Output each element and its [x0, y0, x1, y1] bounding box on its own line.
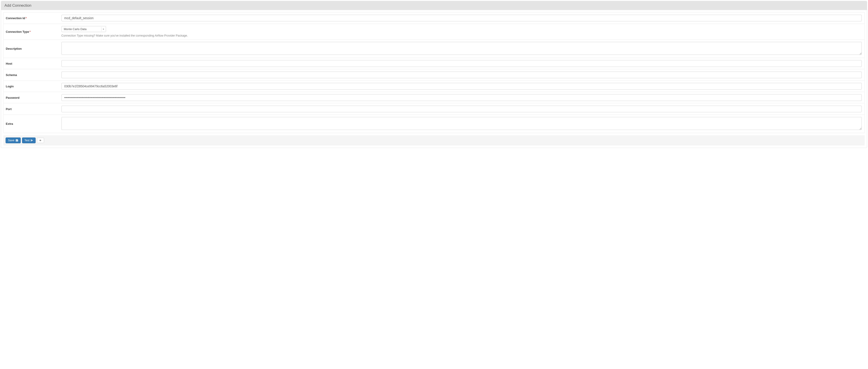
add-connection-panel: Add Connection Connection Id* Connection…: [1, 1, 867, 148]
connection-id-input[interactable]: [61, 15, 862, 21]
label-password: Password: [4, 92, 61, 104]
label-connection-type: Connection Type*: [4, 24, 61, 40]
paper-plane-icon: [31, 139, 33, 142]
chevron-down-icon: ▾: [101, 27, 104, 31]
label-extra: Extra: [4, 115, 61, 133]
required-mark-icon: *: [26, 17, 27, 20]
login-input[interactable]: [61, 83, 862, 90]
host-input[interactable]: [61, 60, 862, 67]
footer-toolbar: Save Test: [3, 135, 865, 145]
label-port: Port: [4, 104, 61, 115]
svg-rect-1: [16, 141, 18, 141]
row-connection-id: Connection Id*: [4, 12, 865, 24]
save-button[interactable]: Save: [6, 138, 21, 143]
row-host: Host: [4, 58, 865, 69]
panel-title: Add Connection: [1, 1, 867, 10]
description-textarea[interactable]: [61, 42, 862, 55]
extra-textarea[interactable]: [61, 117, 862, 130]
label-login: Login: [4, 81, 61, 92]
row-description: Description: [4, 40, 865, 58]
save-button-label: Save: [8, 139, 14, 142]
connection-type-help-text: Connection Type missing? Make sure you'v…: [61, 34, 862, 37]
form-table: Connection Id* Connection Type* Monte Ca…: [3, 12, 865, 133]
connection-type-select[interactable]: Monte Carlo Data ▾: [61, 26, 106, 32]
test-button-label: Test: [25, 139, 30, 142]
row-port: Port: [4, 104, 865, 115]
required-mark-icon: *: [29, 30, 31, 33]
port-input[interactable]: [61, 106, 862, 112]
label-schema: Schema: [4, 69, 61, 81]
svg-rect-0: [16, 140, 17, 140]
connection-type-selected-value: Monte Carlo Data: [64, 27, 87, 31]
label-text-connection-id: Connection Id: [6, 17, 25, 20]
password-input[interactable]: [61, 94, 862, 101]
row-connection-type: Connection Type* Monte Carlo Data ▾ Conn…: [4, 24, 865, 40]
form-container: Connection Id* Connection Type* Monte Ca…: [1, 10, 867, 135]
row-schema: Schema: [4, 69, 865, 81]
test-button[interactable]: Test: [22, 138, 36, 143]
arrow-left-icon: [39, 139, 42, 142]
save-icon: [16, 139, 18, 142]
row-password: Password: [4, 92, 865, 104]
label-text-connection-type: Connection Type: [6, 30, 29, 33]
row-extra: Extra: [4, 115, 865, 133]
label-host: Host: [4, 58, 61, 69]
schema-input[interactable]: [61, 72, 862, 78]
label-connection-id: Connection Id*: [4, 12, 61, 24]
row-login: Login: [4, 81, 865, 92]
label-description: Description: [4, 40, 61, 58]
back-button[interactable]: [37, 138, 44, 143]
